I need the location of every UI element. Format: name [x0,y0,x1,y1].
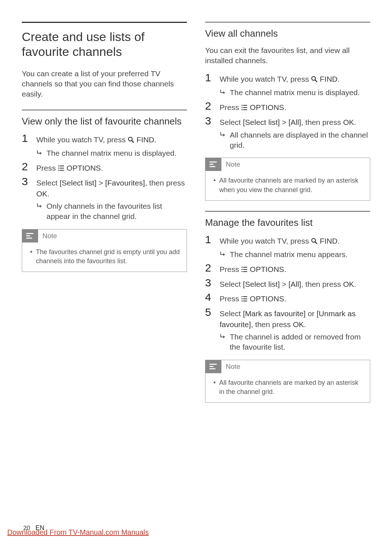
step-number: 1 [22,133,36,144]
menu-path: [Select list] [243,118,280,126]
intro-text: You can exit the favourites list, and vi… [205,45,370,66]
page-footer: 20 EN Downloaded From TV-Manual.com Manu… [7,524,149,537]
list-icon [241,294,248,305]
download-source-link[interactable]: Downloaded From TV-Manual.com Manuals [7,528,149,537]
step-result: The channel matrix menu is displayed. [230,87,370,98]
note-icon [22,229,38,243]
search-icon [311,74,318,85]
step-result: The channel matrix menu appears. [230,249,370,260]
note-box: Note •The favourites channel grid is emp… [22,229,187,272]
ok-label: OK [343,280,354,288]
menu-path: [Mark as favourite] [243,309,306,318]
find-label: FIND [320,237,338,245]
menu-path: [All] [289,280,301,288]
ok-label: OK [343,118,354,126]
step-body: Press OPTIONS. [220,101,370,113]
list-icon [241,103,248,113]
note-text: All favourite channels are marked by an … [219,378,364,396]
left-column: Create and use lists of favourite channe… [22,22,187,409]
step-number: 1 [205,72,220,83]
step-number: 2 [205,262,220,273]
manual-page: Create and use lists of favourite channe… [0,0,392,554]
step-body: While you watch TV, press FIND. The chan… [220,234,370,260]
options-label: OPTIONS [66,164,101,172]
note-box: Note •All favourite channels are marked … [205,360,370,403]
main-heading: Create and use lists of favourite channe… [22,29,187,59]
note-title: Note [38,232,57,240]
ok-label: OK [36,190,47,198]
step-number: 1 [205,234,220,245]
search-icon [311,236,318,247]
step-number: 3 [22,176,36,187]
step-result: The channel is added or removed from the… [230,332,370,353]
result-arrow-icon [36,148,46,159]
step-number: 5 [205,307,220,318]
step-body: Select [Mark as favourite] or [Unmark as… [220,307,370,352]
note-text: The favourites channel grid is empty unt… [36,248,181,266]
find-label: FIND [320,75,338,83]
options-label: OPTIONS [250,103,284,111]
intro-text: You can create a list of your preferred … [22,69,187,99]
search-icon [128,135,134,146]
list-icon [241,265,248,275]
note-title: Note [221,160,240,168]
section-heading: View only the list of favourite channels [22,115,187,127]
section-heading: Manage the favourites list [205,217,370,229]
step-body: Select [Select list] > [Favourites], the… [36,176,187,221]
step-result: The channel matrix menu is displayed. [46,148,187,158]
step-number: 3 [205,115,220,126]
options-label: OPTIONS [250,265,284,273]
steps-list: 1 While you watch TV, press FIND. The ch… [205,72,370,150]
result-arrow-icon [220,87,230,98]
step-body: Press OPTIONS. [220,292,370,305]
result-arrow-icon [220,332,230,343]
step-body: Select [Select list] > [All], then press… [220,277,370,289]
find-label: FIND [136,135,154,144]
result-arrow-icon [36,201,46,212]
step-number: 2 [22,161,36,172]
step-text: While you watch TV, press [36,135,128,144]
list-icon [58,163,65,174]
menu-path: [All] [289,118,301,126]
steps-list: 1 While you watch TV, press FIND. The ch… [22,133,187,222]
step-body: Press OPTIONS. [36,161,187,174]
step-number: 3 [205,277,220,288]
menu-path: [Favourites] [105,179,145,187]
right-column: View all channels You can exit the favou… [205,22,370,409]
step-number: 2 [205,101,220,111]
step-body: While you watch TV, press FIND. The chan… [220,72,370,98]
menu-path: [Select list] [243,280,280,288]
step-result: All channels are displayed in the channe… [230,130,370,151]
step-number: 4 [205,292,220,303]
note-icon [205,360,221,373]
steps-list: 1 While you watch TV, press FIND. The ch… [205,234,370,352]
step-body: Press OPTIONS. [220,262,370,275]
section-heading: View all channels [205,28,370,40]
note-box: Note •All favourite channels are marked … [205,158,370,200]
step-body: While you watch TV, press FIND. The chan… [36,133,187,159]
result-arrow-icon [220,130,230,141]
note-icon [205,158,221,171]
step-result: Only channels in the favourites list app… [46,201,187,222]
result-arrow-icon [220,249,230,260]
menu-path: [Select list] [60,179,97,187]
note-title: Note [221,363,240,371]
ok-label: OK [293,320,304,329]
step-body: Select [Select list] > [All], then press… [220,115,370,150]
note-text: All favourite channels are marked by an … [219,176,364,194]
options-label: OPTIONS [250,294,284,303]
